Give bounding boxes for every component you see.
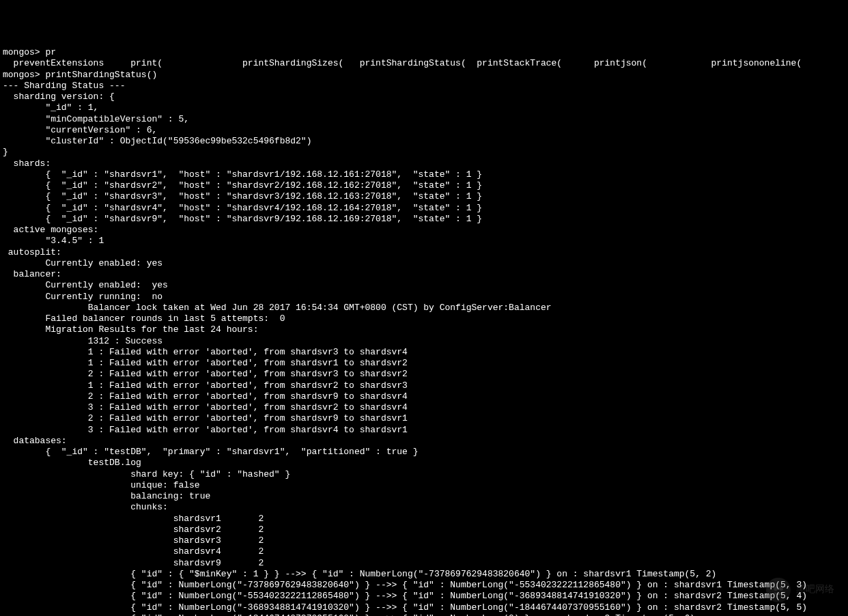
output-line: "minCompatibleVersion" : 5, (3, 114, 189, 124)
output-line: 2 : Failed with error 'aborted', from sh… (3, 413, 408, 423)
output-line: balancer: (3, 269, 61, 279)
output-line: { "id" : NumberLong("-184467440737095516… (3, 613, 695, 616)
output-line: autosplit: (3, 247, 61, 257)
output-line: shards: (3, 158, 51, 169)
output-line: { "_id" : "shardsvr2", "host" : "shardsv… (3, 180, 482, 191)
output-line: 2 : Failed with error 'aborted', from sh… (3, 391, 408, 402)
output-line: 3 : Failed with error 'aborted', from sh… (3, 425, 408, 435)
output-line: balancing: true (3, 491, 210, 501)
output-line: Failed balancer rounds in last 5 attempt… (3, 313, 285, 324)
output-line: testDB.log (3, 458, 141, 468)
output-line: shardsvr3 2 (3, 535, 264, 546)
output-line: { "_id" : "shardsvr9", "host" : "shardsv… (3, 214, 482, 224)
output-line: { "id" : NumberLong("-553402322211286548… (3, 591, 807, 601)
output-line: databases: (3, 436, 67, 446)
output-line: chunks: (3, 502, 168, 512)
output-line: { "id" : { "$minKey" : 1 } } -->> { "id"… (3, 569, 716, 579)
output-line: unique: false (3, 480, 200, 490)
output-line: active mongoses: (3, 225, 98, 235)
output-line: shardsvr1 2 (3, 514, 264, 524)
output-line: { "_id" : "shardsvr1", "host" : "shardsv… (3, 169, 482, 180)
output-line: 1312 : Success (3, 336, 162, 346)
output-line: "currentVersion" : 6, (3, 125, 157, 135)
output-line: 3 : Failed with error 'aborted', from sh… (3, 402, 408, 412)
output-line: shardsvr9 2 (3, 558, 264, 568)
output-line: { "_id" : "testDB", "primary" : "shardsv… (3, 447, 419, 457)
output-line: { "_id" : "shardsvr4", "host" : "shardsv… (3, 203, 482, 213)
output-line: 1 : Failed with error 'aborted', from sh… (3, 380, 408, 391)
completion-list: preventExtensions print( printShardingSi… (3, 58, 802, 68)
output-line: "clusterId" : ObjectId("59536ec99be532c5… (3, 136, 311, 146)
output-line: sharding version: { (3, 92, 115, 102)
output-line: { "id" : NumberLong("-368934881474191032… (3, 602, 807, 613)
output-line: 1 : Failed with error 'aborted', from sh… (3, 347, 408, 357)
output-line: shard key: { "id" : "hashed" } (3, 469, 290, 479)
output-line: { "id" : NumberLong("-737869762948382064… (3, 580, 807, 590)
prompt-line: mongos> printShardingStatus() (3, 70, 157, 80)
output-line: Currently running: no (3, 292, 162, 302)
output-line: "3.4.5" : 1 (3, 236, 104, 246)
terminal-output[interactable]: mongos> pr preventExtensions print( prin… (3, 47, 845, 616)
output-line: --- Sharding Status --- (3, 81, 125, 91)
output-line: 2 : Failed with error 'aborted', from sh… (3, 369, 408, 379)
output-line: { "_id" : "shardsvr3", "host" : "shardsv… (3, 191, 482, 201)
output-line: Balancer lock taken at Wed Jun 28 2017 1… (3, 303, 552, 313)
output-line: shardsvr2 2 (3, 524, 264, 535)
output-line: Migration Results for the last 24 hours: (3, 324, 258, 335)
prompt-line: mongos> pr (3, 47, 56, 57)
output-line: "_id" : 1, (3, 102, 98, 113)
output-line: 1 : Failed with error 'aborted', from sh… (3, 358, 408, 368)
output-line: Currently enabled: yes (3, 280, 168, 290)
output-line: shardsvr4 2 (3, 546, 264, 557)
output-line: } (3, 147, 8, 157)
output-line: Currently enabled: yes (3, 258, 162, 268)
